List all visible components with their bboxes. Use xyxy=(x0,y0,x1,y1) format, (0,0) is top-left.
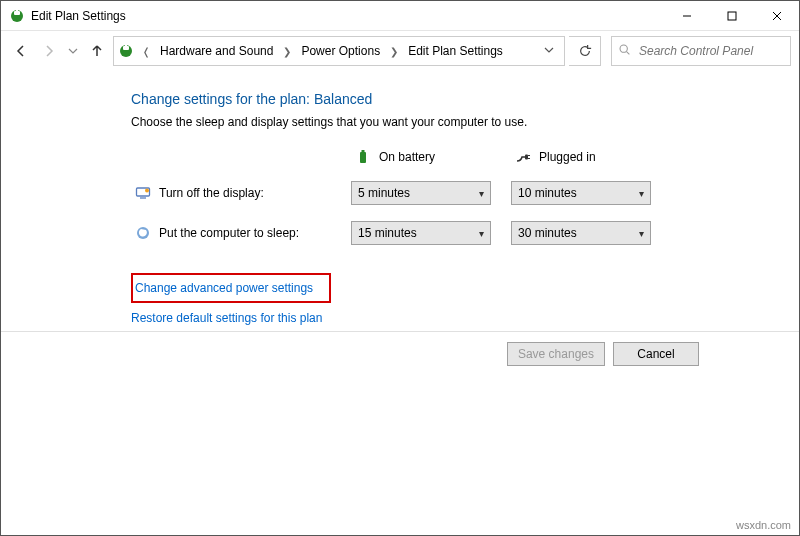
power-options-icon xyxy=(9,8,25,24)
svg-rect-1 xyxy=(14,11,20,15)
select-value: 10 minutes xyxy=(518,186,577,200)
row-display-label: Turn off the display: xyxy=(159,186,264,200)
breadcrumb-item[interactable]: Edit Plan Settings xyxy=(406,42,505,60)
watermark: wsxdn.com xyxy=(736,519,791,531)
display-battery-select[interactable]: 5 minutes ▾ xyxy=(351,181,491,205)
svg-rect-13 xyxy=(362,150,365,152)
select-value: 30 minutes xyxy=(518,226,577,240)
plug-icon xyxy=(515,149,531,165)
advanced-power-settings-link[interactable]: Change advanced power settings xyxy=(135,281,313,295)
chevron-right-icon[interactable]: ❯ xyxy=(279,46,295,57)
close-button[interactable] xyxy=(754,1,799,30)
svg-rect-9 xyxy=(125,45,127,47)
address-bar[interactable]: ❬ Hardware and Sound ❯ Power Options ❯ E… xyxy=(113,36,565,66)
svg-line-11 xyxy=(627,52,630,55)
forward-button[interactable] xyxy=(37,39,61,63)
footer: Save changes Cancel xyxy=(1,331,799,376)
up-button[interactable] xyxy=(85,39,109,63)
page-subtext: Choose the sleep and display settings th… xyxy=(131,115,759,129)
display-icon xyxy=(135,185,151,201)
page-heading: Change settings for the plan: Balanced xyxy=(131,91,759,107)
svg-rect-4 xyxy=(728,12,736,20)
chevron-down-icon[interactable] xyxy=(538,44,560,58)
row-sleep-label: Put the computer to sleep: xyxy=(159,226,299,240)
power-options-icon xyxy=(118,43,134,59)
chevron-down-icon: ▾ xyxy=(639,188,644,199)
cancel-button-label: Cancel xyxy=(637,347,674,361)
select-value: 15 minutes xyxy=(358,226,417,240)
chevron-down-icon: ▾ xyxy=(479,188,484,199)
search-input[interactable] xyxy=(637,43,784,59)
sleep-plugged-select[interactable]: 30 minutes ▾ xyxy=(511,221,651,245)
select-value: 5 minutes xyxy=(358,186,410,200)
refresh-button[interactable] xyxy=(569,36,601,66)
col-header-battery: On battery xyxy=(351,149,491,165)
svg-rect-2 xyxy=(16,9,18,11)
cancel-button[interactable]: Cancel xyxy=(613,342,699,366)
minimize-button[interactable] xyxy=(664,1,709,30)
svg-rect-14 xyxy=(525,155,528,160)
svg-point-10 xyxy=(620,45,627,52)
chevron-right-icon[interactable]: ❯ xyxy=(386,46,402,57)
breadcrumb-item[interactable]: Power Options xyxy=(299,42,382,60)
maximize-button[interactable] xyxy=(709,1,754,30)
svg-point-19 xyxy=(145,189,149,193)
window-title: Edit Plan Settings xyxy=(31,9,126,23)
restore-defaults-link[interactable]: Restore default settings for this plan xyxy=(131,311,322,325)
chevron-down-icon: ▾ xyxy=(479,228,484,239)
row-display: Turn off the display: xyxy=(131,185,331,201)
breadcrumb-item[interactable]: Hardware and Sound xyxy=(158,42,275,60)
content-area: Change settings for the plan: Balanced C… xyxy=(1,71,799,325)
save-button-label: Save changes xyxy=(518,347,594,361)
sleep-icon xyxy=(135,225,151,241)
search-icon xyxy=(618,43,631,59)
search-box[interactable] xyxy=(611,36,791,66)
svg-rect-8 xyxy=(123,46,129,50)
display-plugged-select[interactable]: 10 minutes ▾ xyxy=(511,181,651,205)
save-button[interactable]: Save changes xyxy=(507,342,605,366)
sleep-battery-select[interactable]: 15 minutes ▾ xyxy=(351,221,491,245)
chevron-down-icon: ▾ xyxy=(639,228,644,239)
battery-icon xyxy=(355,149,371,165)
back-button[interactable] xyxy=(9,39,33,63)
chevron-right-icon[interactable]: ❬ xyxy=(138,46,154,57)
row-sleep: Put the computer to sleep: xyxy=(131,225,331,241)
titlebar: Edit Plan Settings xyxy=(1,1,799,31)
col-header-plugged: Plugged in xyxy=(511,149,651,165)
recent-locations-button[interactable] xyxy=(65,39,81,63)
nav-row: ❬ Hardware and Sound ❯ Power Options ❯ E… xyxy=(1,31,799,71)
highlighted-region: Change advanced power settings xyxy=(131,273,331,303)
col-header-battery-label: On battery xyxy=(379,150,435,164)
svg-rect-12 xyxy=(360,152,366,163)
settings-grid: On battery Plugged in Turn off the displ… xyxy=(131,149,759,245)
col-header-plugged-label: Plugged in xyxy=(539,150,596,164)
